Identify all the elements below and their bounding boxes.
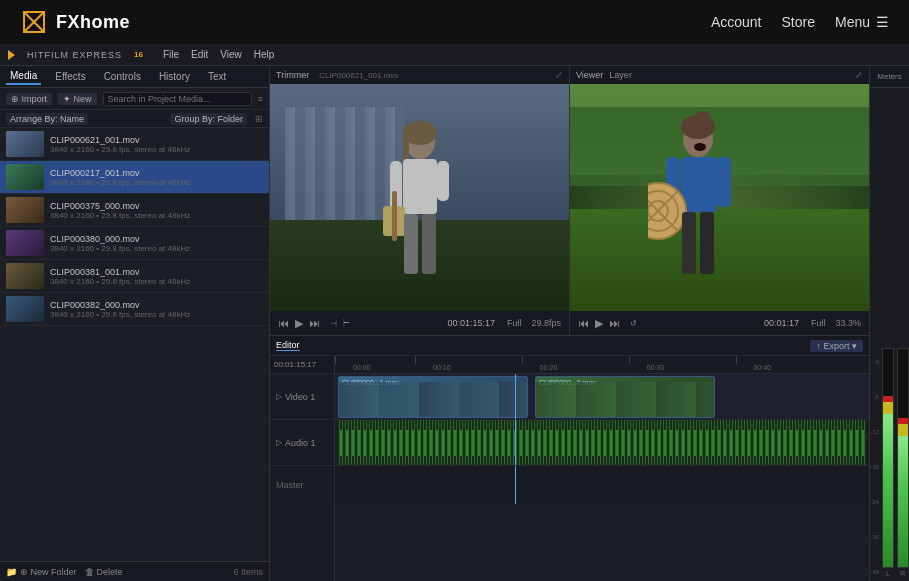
viewer-frame	[570, 84, 869, 311]
menu-link[interactable]: Menu ☰	[835, 14, 889, 30]
hitfilm-titlebar: HITFILM EXPRESS 16 File Edit View Help	[0, 44, 909, 66]
svg-rect-25	[700, 212, 714, 274]
video-clip[interactable]: CLIPP000...1.mov	[338, 376, 528, 418]
trimmer-controls: ⏮ ▶ ⏭ ⊣ ⊢ 00:01:15:17 Full 29.8fps	[270, 311, 569, 335]
viewer-video	[570, 84, 869, 311]
scale-18: -18	[870, 464, 879, 470]
master-playhead	[515, 466, 516, 504]
video-clip[interactable]: CLIPP000...0.mov	[535, 376, 715, 418]
trimmer-video	[270, 84, 569, 311]
master-track-label: Master	[270, 466, 334, 504]
media-item-info: CLIP000380_000.mov 3840 x 2160 • 29.8 fp…	[50, 234, 263, 253]
list-item[interactable]: CLIP000375_000.mov 3840 x 2160 • 29.8 fp…	[0, 194, 269, 227]
list-item[interactable]: CLIP000382_000.mov 3840 x 2160 • 29.8 fp…	[0, 293, 269, 326]
store-link[interactable]: Store	[782, 14, 815, 30]
meter-yellow-fill	[898, 424, 908, 436]
tab-controls[interactable]: Controls	[100, 69, 145, 84]
play-button[interactable]: ▶	[295, 317, 303, 330]
folder-icon: 📁	[6, 567, 17, 577]
media-item-info: CLIP000382_000.mov 3840 x 2160 • 29.8 fp…	[50, 300, 263, 319]
media-thumbnail	[6, 197, 44, 223]
hitfilm-triangle-icon	[8, 50, 15, 60]
svg-rect-6	[403, 159, 437, 214]
tab-text[interactable]: Text	[204, 69, 230, 84]
viewer-next-button[interactable]: ⏭	[609, 317, 620, 329]
viewer-zoom-label: Full	[811, 318, 826, 328]
search-input[interactable]	[103, 92, 252, 106]
meter-scale: 0 -6 -12 -18 -24 -36 -48	[870, 357, 879, 577]
sort-bar: Arrange By: Name Group By: Folder ⊞	[0, 110, 269, 128]
trimmer-filename: CLIP000621_001.mov	[319, 71, 399, 80]
center-panel: Trimmer CLIP000621_001.mov ⤢	[270, 66, 869, 581]
new-button[interactable]: ✦ New	[58, 93, 97, 105]
viewer-expand-icon[interactable]: ⤢	[855, 70, 863, 80]
panel-bottom: 📁 ⊕ New Folder 🗑 Delete 6 Items	[0, 561, 269, 581]
svg-point-15	[695, 111, 711, 127]
audio-track-label: ▷ Audio 1	[270, 420, 334, 466]
next-frame-button[interactable]: ⏭	[309, 317, 320, 329]
timeline-tracks: 00:00 00:10 00:20 00:30 00:40	[335, 356, 869, 581]
prev-frame-button[interactable]: ⏮	[278, 317, 289, 329]
menu-view[interactable]: View	[220, 49, 242, 60]
viewer-controls: ⏮ ▶ ⏭ ↺ 00:01:17 Full 33.3%	[570, 311, 869, 335]
export-button[interactable]: ↑ Export ▾	[810, 340, 863, 352]
logo-text: FXhome	[56, 12, 130, 33]
list-item[interactable]: CLIP000217_001.mov 3840 x 2160 • 29.8 fp…	[0, 161, 269, 194]
svg-rect-10	[437, 161, 449, 201]
tab-history[interactable]: History	[155, 69, 194, 84]
group-by-dropdown[interactable]: Group By: Folder	[170, 113, 247, 125]
account-link[interactable]: Account	[711, 14, 762, 30]
media-list: CLIP000621_001.mov 3840 x 2160 • 29.8 fp…	[0, 128, 269, 561]
scale-24: -24	[870, 499, 879, 505]
viewer-prev-button[interactable]: ⏮	[578, 317, 589, 329]
ruler-label: 00:00	[353, 364, 371, 371]
media-filename: CLIP000621_001.mov	[50, 135, 263, 145]
trimmer-panel: Trimmer CLIP000621_001.mov ⤢	[270, 66, 570, 335]
ruler-label: 00:10	[433, 364, 451, 371]
panel-tabs: Media Effects Controls History Text	[0, 66, 269, 88]
zoom-label: Full	[507, 318, 522, 328]
viewer-loop-icon[interactable]: ↺	[630, 319, 637, 328]
trimmer-expand-icon[interactable]: ⤢	[555, 70, 563, 80]
playhead[interactable]	[515, 374, 516, 419]
audio-waveform	[338, 420, 866, 465]
media-toolbar: ⊕ Import ✦ New ≡	[0, 88, 269, 110]
media-filename: CLIP000217_001.mov	[50, 168, 263, 178]
logo-area: FXhome	[20, 8, 130, 36]
sort-extra-btn[interactable]: ⊞	[255, 114, 263, 124]
search-options-icon[interactable]: ≡	[258, 94, 263, 104]
media-thumbnail	[6, 164, 44, 190]
tab-editor[interactable]: Editor	[276, 340, 300, 351]
meter-right-bar	[897, 348, 909, 568]
scale-6: -6	[870, 394, 879, 400]
viewer-fps-label: 33.3%	[835, 318, 861, 328]
list-item[interactable]: CLIP000380_000.mov 3840 x 2160 • 29.8 fp…	[0, 227, 269, 260]
timeline-header-row: 00:01:15:17	[270, 356, 334, 374]
media-item-info: CLIP000375_000.mov 3840 x 2160 • 29.8 fp…	[50, 201, 263, 220]
svg-rect-12	[422, 214, 436, 274]
media-panel-body: ⊕ Import ✦ New ≡ Arrange By: Name Group …	[0, 88, 269, 581]
menu-help[interactable]: Help	[254, 49, 275, 60]
list-item[interactable]: CLIP000621_001.mov 3840 x 2160 • 29.8 fp…	[0, 128, 269, 161]
new-folder-button[interactable]: 📁 ⊕ New Folder	[6, 567, 77, 577]
meter-green-fill	[898, 436, 908, 567]
list-item[interactable]: CLIP000381_001.mov 3840 x 2160 • 29.8 fp…	[0, 260, 269, 293]
meter-left: L	[882, 348, 894, 577]
viewer-layer-tab[interactable]: Layer	[609, 70, 632, 80]
import-button[interactable]: ⊕ Import	[6, 93, 52, 105]
app-container: HITFILM EXPRESS 16 File Edit View Help M…	[0, 44, 909, 581]
arrange-by-dropdown[interactable]: Arrange By: Name	[6, 113, 88, 125]
in-point-icon[interactable]: ⊣	[330, 319, 337, 328]
menu-file[interactable]: File	[163, 49, 179, 60]
audio-track	[335, 420, 869, 466]
delete-button[interactable]: 🗑 Delete	[85, 567, 123, 577]
timecode-display: 00:01:15:17	[447, 318, 495, 328]
out-point-icon[interactable]: ⊢	[343, 319, 350, 328]
tab-media[interactable]: Media	[6, 68, 41, 85]
viewer-play-button[interactable]: ▶	[595, 317, 603, 330]
tab-effects[interactable]: Effects	[51, 69, 89, 84]
svg-rect-28	[338, 420, 866, 465]
media-filename: CLIP000381_001.mov	[50, 267, 263, 277]
menu-edit[interactable]: Edit	[191, 49, 208, 60]
nav-links: Account Store Menu ☰	[711, 14, 889, 30]
